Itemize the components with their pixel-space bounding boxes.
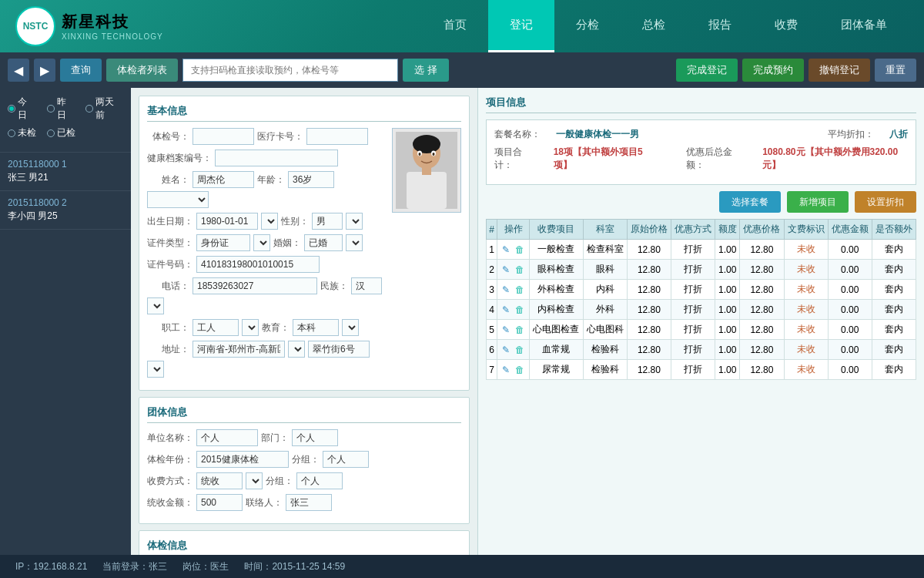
next-button[interactable]: ▶: [34, 59, 55, 82]
patient-list-button[interactable]: 体检者列表: [106, 59, 178, 82]
select-suite-button[interactable]: 选择套餐: [719, 191, 781, 213]
cell-price: 12.80: [627, 280, 671, 300]
complete-register-button[interactable]: 完成登记: [676, 59, 738, 82]
married-input[interactable]: [304, 234, 343, 251]
complete-appointment-button[interactable]: 完成预约: [742, 59, 804, 82]
id-no-input[interactable]: [196, 256, 320, 273]
query-button[interactable]: 查询: [60, 59, 102, 82]
edit-icon[interactable]: ✎: [502, 324, 510, 335]
filter-today[interactable]: 今日: [8, 96, 36, 122]
edit-icon[interactable]: ✎: [502, 365, 510, 375]
cell-name: 尿常规: [530, 360, 584, 380]
cell-dept: 检验科: [583, 340, 627, 360]
contact-input[interactable]: [286, 494, 332, 511]
delete-icon[interactable]: 🗑: [515, 304, 524, 315]
gender-input[interactable]: [312, 213, 343, 230]
occupation-input[interactable]: [192, 319, 239, 336]
nav-general-exam[interactable]: 总检: [621, 0, 687, 52]
total-value: 18项【其中额外项目5项】: [554, 146, 655, 172]
age-label: 年龄：: [257, 173, 285, 187]
age-input[interactable]: [288, 171, 334, 188]
list-item[interactable]: 2015118000 1 张三 男21: [0, 153, 131, 191]
health-record-input[interactable]: [215, 150, 338, 166]
payment-input[interactable]: [196, 472, 243, 489]
id-type-input[interactable]: [196, 234, 250, 251]
prev-button[interactable]: ◀: [8, 59, 29, 82]
occupation-select[interactable]: [242, 319, 259, 336]
edit-icon[interactable]: ✎: [502, 304, 510, 315]
cell-disc-amount: 0.00: [828, 280, 872, 300]
center-panel: 基本信息 体检号： 医疗卡号： 健康档案编号： 姓名：: [131, 88, 477, 555]
delete-icon[interactable]: 🗑: [515, 344, 524, 355]
medical-card-input[interactable]: [306, 128, 368, 145]
amount-input[interactable]: [196, 494, 243, 511]
col-name: 收费项目: [530, 220, 584, 240]
search-input[interactable]: [182, 59, 398, 82]
group-input[interactable]: [323, 451, 369, 468]
nav-home[interactable]: 首页: [422, 0, 488, 52]
table-row: 7 ✎ 🗑 尿常规 检验科 12.80 打折 1.00 12.80 未收 0.0…: [487, 360, 916, 380]
education-select[interactable]: [342, 319, 359, 336]
company-input[interactable]: [196, 429, 258, 446]
payment-select[interactable]: [246, 472, 263, 489]
footer-time: 时间：2015-11-25 14:59: [244, 560, 345, 573]
nav-report[interactable]: 报告: [687, 0, 753, 52]
cell-disc-amount: 0.00: [828, 240, 872, 260]
cell-num: 5: [487, 320, 497, 340]
set-discount-button[interactable]: 设置折扣: [855, 191, 916, 213]
delete-icon[interactable]: 🗑: [515, 264, 524, 275]
birth-input[interactable]: [196, 213, 258, 230]
address-input[interactable]: [192, 341, 285, 358]
basic-info-section: 基本信息 体检号： 医疗卡号： 健康档案编号： 姓名：: [139, 96, 470, 391]
nation-select[interactable]: [147, 297, 164, 314]
nav-group[interactable]: 团体备单: [819, 0, 909, 52]
delete-icon[interactable]: 🗑: [515, 284, 524, 295]
cell-rate: 1.00: [715, 260, 740, 280]
edit-icon[interactable]: ✎: [502, 284, 510, 295]
edit-icon[interactable]: ✎: [502, 244, 510, 255]
col-num: #: [487, 220, 497, 240]
name-input[interactable]: [192, 171, 254, 188]
street-select[interactable]: [147, 361, 164, 378]
filter-checked[interactable]: 已检: [47, 126, 75, 139]
education-input[interactable]: [293, 319, 339, 336]
sidebar: 今日 昨日 两天前 未检 已检: [0, 88, 131, 555]
delete-icon[interactable]: 🗑: [515, 365, 524, 375]
nav-register[interactable]: 登记: [488, 0, 554, 52]
table-header-row: # 操作 收费项目 科室 原始价格 优惠方式 额度 优惠价格 文费标识 优惠金额…: [487, 220, 916, 240]
cell-extra: 套内: [872, 340, 916, 360]
nation-input[interactable]: [351, 277, 382, 294]
cancel-register-button[interactable]: 撤销登记: [808, 59, 870, 82]
cell-rate: 1.00: [715, 360, 740, 380]
group2-label: 分组：: [266, 475, 293, 488]
reset-button[interactable]: 重置: [875, 59, 916, 82]
street-input[interactable]: [308, 341, 370, 358]
filter-two-days[interactable]: 两天前: [85, 96, 123, 122]
group-info-title: 团体信息: [147, 405, 461, 423]
delete-icon[interactable]: 🗑: [515, 244, 524, 255]
project-info-title: 项目信息: [486, 96, 916, 113]
gender-select[interactable]: [346, 213, 363, 230]
filter-yesterday[interactable]: 昨日: [47, 96, 75, 122]
delete-icon[interactable]: 🗑: [515, 324, 524, 335]
add-project-button[interactable]: 新增项目: [787, 191, 849, 213]
dept-input[interactable]: [292, 429, 338, 446]
edit-icon[interactable]: ✎: [502, 344, 510, 355]
married-select[interactable]: [346, 234, 363, 251]
patient-name: 李小四 男25: [8, 210, 123, 223]
age-select[interactable]: [147, 191, 209, 208]
body-id-input[interactable]: [192, 128, 254, 145]
address-select[interactable]: [288, 341, 305, 358]
nav-fee[interactable]: 收费: [753, 0, 819, 52]
phone-input[interactable]: [192, 277, 317, 294]
birth-select[interactable]: [261, 213, 278, 230]
year-input[interactable]: [196, 451, 289, 468]
group2-input[interactable]: [296, 472, 343, 489]
id-type-select[interactable]: [253, 234, 270, 251]
list-item[interactable]: 2015118000 2 李小四 男25: [0, 191, 131, 230]
filter-unchecked[interactable]: 未检: [8, 126, 36, 139]
nav-triage[interactable]: 分检: [554, 0, 621, 52]
select-button[interactable]: 选 择: [403, 59, 449, 82]
edit-icon[interactable]: ✎: [502, 264, 510, 275]
medical-card-label: 医疗卡号：: [257, 130, 303, 143]
